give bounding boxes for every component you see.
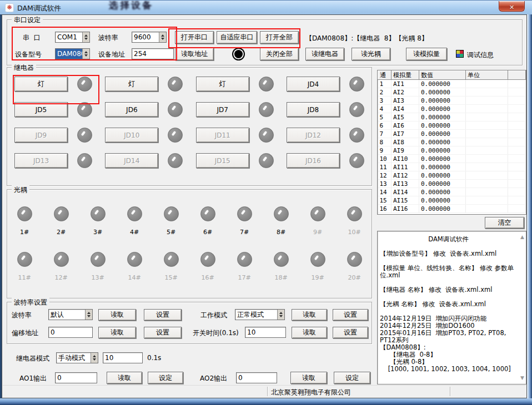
scroll-down-icon[interactable]: ▼ [520, 374, 524, 382]
analog-column-header[interactable]: 通 [378, 71, 392, 80]
port-combo[interactable]: COM1 [55, 32, 90, 43]
baud-set-button[interactable]: 设置 [144, 309, 182, 321]
relay-led-indicator[interactable] [349, 128, 364, 143]
relay-led-indicator[interactable] [77, 77, 92, 92]
work-mode-set-button[interactable]: 设置 [333, 309, 368, 321]
scroll-up-icon[interactable]: ▲ [520, 234, 524, 241]
analog-table-row[interactable]: 9AI90.000000 [378, 146, 526, 155]
analog-column-header[interactable]: 模拟量 [392, 71, 419, 80]
combo-arrow-icon[interactable] [159, 32, 166, 42]
offset-read-button[interactable]: 读取 [98, 327, 136, 338]
relay-led-indicator[interactable] [168, 153, 183, 168]
analog-table-row[interactable]: 7AI70.000000 [378, 130, 526, 138]
analog-table-row[interactable]: 11AI110.000000 [378, 163, 526, 171]
analog-column-header[interactable]: 数值 [419, 71, 466, 80]
read-address-button[interactable]: 读取地址 [175, 48, 214, 60]
baud-set-combo[interactable]: 默认 [48, 309, 93, 320]
switch-time-set-button[interactable]: 设置 [333, 327, 368, 338]
read-analog-button[interactable]: 读模拟量 [406, 48, 447, 60]
relay-mode-time-input[interactable] [103, 352, 143, 363]
device-address-input[interactable] [132, 48, 174, 59]
ao1-set-button[interactable]: 设定 [148, 372, 183, 384]
read-opto-button[interactable]: 读光耦 [352, 48, 390, 60]
offset-set-button[interactable]: 设置 [144, 327, 182, 338]
open-all-button[interactable]: 打开全部 [260, 31, 299, 44]
relay-led-indicator[interactable] [77, 153, 92, 168]
opto-channel: 8# [273, 206, 289, 236]
relay-button[interactable]: 灯 [14, 77, 68, 92]
analog-table-row[interactable]: 15AI150.000000 [378, 196, 526, 205]
opto-led-indicator [127, 252, 142, 267]
relay-button[interactable]: JD7 [196, 102, 249, 117]
ao1-read-button[interactable]: 读取 [107, 372, 142, 384]
analog-column-header[interactable]: 单位 [466, 71, 508, 80]
analog-table-row[interactable]: 1AI10.000000 [378, 80, 526, 88]
analog-table-row[interactable]: 2AI20.000000 [378, 88, 526, 97]
relay-button[interactable]: JD4 [287, 77, 340, 92]
relay-mode-combo[interactable]: 手动模式 [56, 352, 98, 363]
opto-channel: 17# [236, 252, 253, 281]
relay-led-indicator[interactable] [168, 77, 183, 92]
analog-table-row[interactable]: 10AI100.000000 [378, 155, 526, 163]
work-mode-combo[interactable]: 正常模式 [235, 309, 285, 320]
baudrate-combo[interactable]: 9600 [132, 32, 167, 43]
analog-table-row[interactable]: 16AI160.000000 [378, 205, 526, 213]
combo-arrow-icon[interactable] [85, 310, 92, 320]
combo-arrow-icon[interactable] [82, 32, 89, 42]
relay-button[interactable]: JD16 [287, 153, 340, 168]
analog-column-header[interactable] [508, 71, 526, 80]
relay-led-indicator[interactable] [349, 153, 364, 168]
relay-led-indicator[interactable] [259, 153, 274, 168]
relay-led-indicator[interactable] [168, 128, 183, 143]
open-port-button[interactable]: 打开串口 [175, 31, 214, 44]
relay-led-indicator[interactable] [259, 102, 274, 117]
ao2-read-button[interactable]: 读取 [290, 372, 327, 384]
relay-led-indicator[interactable] [259, 128, 274, 143]
relay-button[interactable]: JD8 [287, 102, 340, 117]
combo-arrow-icon[interactable] [82, 49, 89, 59]
relay-led-indicator[interactable] [77, 102, 92, 117]
relay-button[interactable]: JD5 [14, 102, 68, 117]
ao2-input[interactable] [236, 372, 277, 383]
switch-time-read-button[interactable]: 读取 [292, 327, 327, 338]
offset-address-input[interactable] [48, 327, 93, 338]
relay-button[interactable]: JD14 [105, 153, 158, 168]
relay-button[interactable]: 灯 [196, 77, 249, 92]
relay-led-indicator[interactable] [349, 102, 364, 117]
baud-read-button[interactable]: 读取 [98, 309, 136, 321]
relay-button[interactable]: JD10 [105, 128, 158, 143]
work-mode-read-button[interactable]: 读取 [292, 309, 327, 321]
relay-button[interactable]: JD11 [196, 128, 249, 143]
clear-button[interactable]: 清空 [485, 217, 524, 229]
analog-table-row[interactable]: 4AI40.000000 [378, 105, 526, 113]
analog-table-row[interactable]: 6AI60.000000 [378, 122, 526, 130]
analog-table-row[interactable]: 5AI50.000000 [378, 113, 526, 122]
relay-led-indicator[interactable] [349, 77, 364, 92]
ao2-set-button[interactable]: 设定 [334, 372, 370, 384]
analog-table-cell [466, 188, 508, 196]
analog-table-row[interactable]: 3AI30.000000 [378, 97, 526, 105]
read-relay-button[interactable]: 读继电器 [305, 48, 344, 60]
ao1-input[interactable] [55, 372, 97, 383]
analog-table-row[interactable]: 8AI80.000000 [378, 138, 526, 146]
relay-button[interactable]: JD13 [14, 153, 68, 168]
analog-table-row[interactable]: 13AI130.000000 [378, 180, 526, 188]
relay-button[interactable]: 灯 [105, 77, 158, 92]
relay-button[interactable]: JD6 [105, 102, 158, 117]
combo-arrow-icon[interactable] [277, 310, 284, 320]
close-button[interactable]: ✕ [499, 1, 525, 12]
relay-led-indicator[interactable] [168, 102, 183, 117]
combo-arrow-icon[interactable] [91, 353, 98, 363]
auto-adapt-port-button[interactable]: 自适应串口 [217, 31, 257, 44]
relay-button[interactable]: JD12 [287, 128, 340, 143]
device-model-combo[interactable]: DAM0808 [55, 48, 90, 59]
relay-button[interactable]: JD9 [14, 128, 68, 143]
relay-led-indicator[interactable] [77, 128, 92, 143]
relay-button[interactable]: JD15 [196, 153, 249, 168]
switch-time-input[interactable] [245, 327, 286, 338]
relay-cell: JD16 [287, 153, 364, 168]
analog-table-row[interactable]: 12AI120.000000 [378, 171, 526, 180]
relay-led-indicator[interactable] [259, 77, 274, 92]
close-all-button[interactable]: 关闭全部 [260, 48, 299, 60]
analog-table-row[interactable]: 14AI140.000000 [378, 188, 526, 196]
